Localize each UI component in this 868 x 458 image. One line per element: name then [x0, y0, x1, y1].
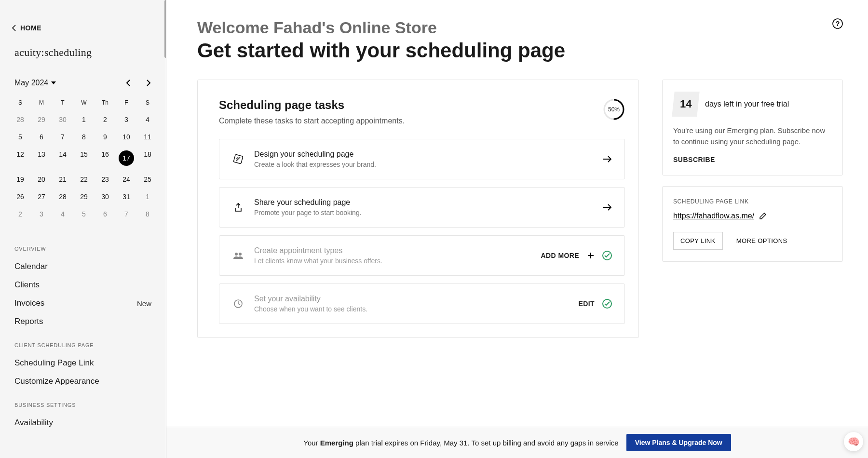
task-row[interactable]: Share your scheduling pagePromote your p… [219, 187, 625, 228]
calendar-next-button[interactable] [143, 77, 154, 89]
calendar-day[interactable]: 28 [52, 188, 73, 205]
scheduling-link-card: SCHEDULING PAGE LINK https://fahadflow.a… [662, 186, 843, 262]
section-label-csp: CLIENT SCHEDULING PAGE [0, 331, 166, 354]
nav-item-label: Availability [14, 418, 53, 428]
calendar-day[interactable]: 8 [137, 205, 158, 223]
trial-footer-bar: Your Emerging plan trial expires on Frid… [166, 427, 868, 458]
calendar-month-picker[interactable]: May 2024 [14, 79, 56, 87]
tasks-panel: Scheduling page tasks Complete these tas… [197, 80, 639, 338]
calendar-day[interactable]: 24 [116, 171, 137, 188]
svg-text:?: ? [836, 20, 840, 27]
arrow-icon [602, 204, 612, 211]
nav-item[interactable]: Reports [0, 312, 166, 331]
add-more-button[interactable]: ADD MORE [541, 252, 579, 259]
edit-link-icon[interactable] [759, 212, 767, 220]
brand-logo: acuity:scheduling [0, 41, 166, 73]
calendar-day[interactable]: 16 [95, 146, 116, 171]
chevron-left-icon [12, 25, 16, 31]
calendar-day[interactable]: 26 [10, 188, 31, 205]
more-options-button[interactable]: MORE OPTIONS [730, 232, 794, 250]
home-link[interactable]: HOME [0, 0, 166, 41]
caret-down-icon [51, 81, 56, 84]
calendar-day[interactable]: 1 [137, 188, 158, 205]
calendar-day[interactable]: 12 [10, 146, 31, 171]
sidebar: HOME acuity:scheduling May 2024 SMTWThFS… [0, 0, 166, 458]
calendar-day[interactable]: 29 [73, 188, 95, 205]
calendar-day[interactable]: 10 [116, 128, 137, 146]
task-row[interactable]: Design your scheduling pageCreate a look… [219, 139, 625, 179]
plus-icon [587, 252, 595, 259]
calendar-day[interactable]: 28 [10, 111, 31, 128]
calendar-day-header: S [10, 94, 31, 111]
edit-button[interactable]: EDIT [579, 300, 595, 308]
scheduling-url-link[interactable]: https://fahadflow.as.me/ [673, 212, 754, 220]
task-row[interactable]: Set your availabilityChoose when you wan… [219, 283, 625, 324]
calendar-day[interactable]: 18 [137, 146, 158, 171]
upgrade-button[interactable]: View Plans & Upgrade Now [626, 434, 731, 451]
calendar-day[interactable]: 11 [137, 128, 158, 146]
calendar-day[interactable]: 4 [52, 205, 73, 223]
calendar-day[interactable]: 17 [116, 146, 137, 171]
task-desc: Promote your page to start booking. [254, 209, 593, 216]
section-label-overview: OVERVIEW [0, 234, 166, 257]
calendar-day[interactable]: 22 [73, 171, 95, 188]
calendar-day[interactable]: 20 [31, 171, 52, 188]
calendar-day[interactable]: 7 [116, 205, 137, 223]
calendar-day[interactable]: 5 [73, 205, 95, 223]
calendar-day[interactable]: 25 [137, 171, 158, 188]
calendar-day[interactable]: 31 [116, 188, 137, 205]
calendar-day[interactable]: 23 [95, 171, 116, 188]
calendar-prev-button[interactable] [122, 77, 134, 89]
nav-item-label: Invoices [14, 298, 44, 308]
calendar-month-label: May 2024 [14, 79, 48, 87]
help-icon[interactable]: ? [832, 18, 843, 29]
calendar-day-header: W [73, 94, 95, 111]
svg-point-6 [239, 253, 242, 256]
nav-item[interactable]: Clients [0, 276, 166, 294]
subscribe-button[interactable]: SUBSCRIBE [673, 156, 832, 163]
calendar-day[interactable]: 6 [95, 205, 116, 223]
calendar-day[interactable]: 1 [73, 111, 95, 128]
nav-item[interactable]: Scheduling Page Link [0, 354, 166, 372]
calendar-day[interactable]: 27 [31, 188, 52, 205]
copy-link-button[interactable]: COPY LINK [673, 232, 723, 250]
nav-item-label: Scheduling Page Link [14, 358, 94, 368]
nav-item[interactable]: Calendar [0, 257, 166, 276]
nav-item[interactable]: InvoicesNew [0, 294, 166, 312]
task-desc: Create a look that expresses your brand. [254, 161, 593, 168]
calendar-day[interactable]: 19 [10, 171, 31, 188]
welcome-text: Welcome Fahad's Online Store [197, 18, 843, 37]
task-row[interactable]: Create appointment typesLet clients know… [219, 235, 625, 276]
calendar-day[interactable]: 29 [31, 111, 52, 128]
nav-item[interactable]: Availability [0, 414, 166, 432]
task-icon [232, 154, 244, 164]
home-label: HOME [20, 24, 41, 32]
calendar-header: May 2024 [0, 73, 166, 94]
calendar-day[interactable]: 21 [52, 171, 73, 188]
nav-item[interactable]: Customize Appearance [0, 372, 166, 391]
calendar-day[interactable]: 4 [137, 111, 158, 128]
calendar-day[interactable]: 8 [73, 128, 95, 146]
task-icon [232, 299, 244, 309]
task-icon [232, 202, 244, 212]
calendar-day[interactable]: 14 [52, 146, 73, 171]
nav-item-label: Reports [14, 317, 43, 326]
assistant-widget-icon[interactable]: 🧠 [844, 432, 863, 451]
calendar-day[interactable]: 3 [31, 205, 52, 223]
calendar-day[interactable]: 30 [95, 188, 116, 205]
calendar-day[interactable]: 30 [52, 111, 73, 128]
calendar-day[interactable]: 9 [95, 128, 116, 146]
tasks-title: Scheduling page tasks [219, 98, 405, 112]
calendar-day[interactable]: 2 [95, 111, 116, 128]
calendar-day[interactable]: 13 [31, 146, 52, 171]
calendar-day[interactable]: 6 [31, 128, 52, 146]
calendar-day[interactable]: 7 [52, 128, 73, 146]
nav-item-label: Clients [14, 280, 40, 290]
calendar-day[interactable]: 2 [10, 205, 31, 223]
calendar-day[interactable]: 15 [73, 146, 95, 171]
calendar-day[interactable]: 3 [116, 111, 137, 128]
footer-text: Your Emerging plan trial expires on Frid… [303, 439, 618, 447]
calendar-grid: SMTWThFS28293012345678910111213141516171… [0, 94, 166, 234]
calendar-day[interactable]: 5 [10, 128, 31, 146]
check-icon [602, 251, 612, 260]
